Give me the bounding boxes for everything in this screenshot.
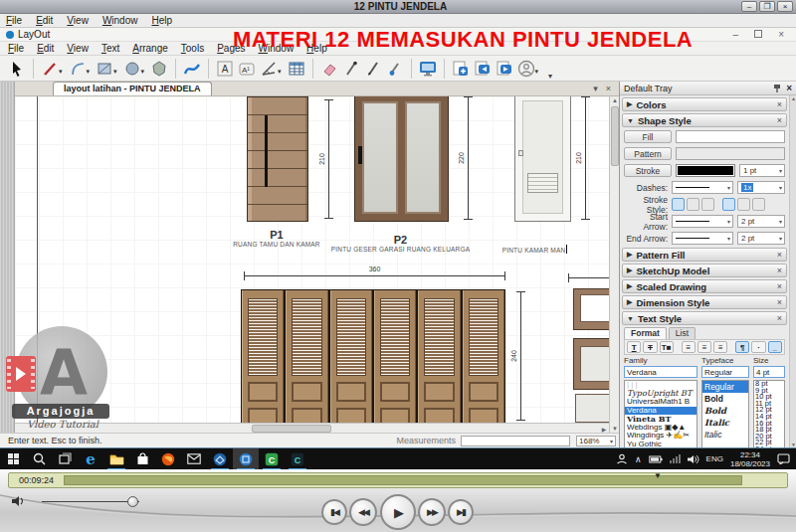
horizontal-scroll-thumb[interactable] (252, 425, 331, 433)
presentation-tool[interactable] (417, 58, 439, 80)
line-tool[interactable] (39, 58, 61, 80)
add-page-button[interactable] (450, 58, 472, 80)
section-colors-close-icon[interactable]: × (777, 99, 782, 109)
start-arrow-select[interactable]: ▾ (672, 215, 733, 228)
layout-menu-item[interactable]: Edit (37, 43, 54, 54)
eyedropper-tool[interactable] (384, 58, 406, 80)
family-input[interactable]: Verdana (624, 366, 697, 378)
stroke-color-swatch[interactable] (676, 164, 735, 177)
player-menu-item[interactable]: View (67, 15, 89, 26)
drawing-door-p3[interactable] (514, 96, 571, 222)
typeface-list-item[interactable]: Regular (702, 381, 748, 393)
size-input[interactable]: 4 pt (753, 366, 785, 378)
section-pattern-fill-close-icon[interactable]: × (777, 250, 782, 260)
align-center-button[interactable]: ≡ (697, 341, 711, 353)
battery-icon[interactable] (649, 455, 663, 463)
playhead-marker[interactable]: ▼ (654, 471, 662, 480)
end-arrow-select[interactable]: ▾ (672, 232, 733, 245)
layout-maximize-button[interactable] (754, 30, 762, 38)
language-indicator[interactable]: ENG (706, 454, 723, 463)
section-sketchup-model-close-icon[interactable]: × (777, 266, 782, 275)
taskbar-camtasia-recorder[interactable]: C (285, 448, 310, 470)
stroke-cap-button-2[interactable] (737, 198, 750, 211)
layout-menu-item[interactable]: Text (101, 43, 119, 54)
drawing-door-p2[interactable] (354, 96, 449, 222)
task-view-button[interactable] (52, 448, 78, 470)
measurements-input[interactable] (461, 436, 570, 446)
fill-swatch[interactable] (676, 130, 785, 143)
network-icon[interactable] (670, 454, 681, 463)
tray-scroll-up-icon[interactable]: ▲ (790, 95, 796, 101)
section-shape-style-close-icon[interactable]: × (777, 115, 782, 125)
taskbar-clock[interactable]: 22:3418/08/2023 (730, 450, 770, 468)
align-left-button[interactable]: ≡ (682, 341, 696, 353)
section-dimension-style-close-icon[interactable]: × (777, 297, 782, 307)
start-arrow-size-select[interactable]: 2 pt▾ (737, 215, 785, 228)
people-icon[interactable] (616, 453, 628, 464)
stroke-cap-button-3[interactable] (752, 198, 765, 211)
vertical-scroll-thumb[interactable] (611, 106, 619, 166)
account-button[interactable] (515, 58, 537, 80)
style-tool[interactable] (181, 58, 203, 80)
start-button[interactable] (0, 448, 26, 470)
family-list[interactable]: | | |TypoUpright BTUniversalMath1 BVerda… (624, 380, 697, 447)
stroke-width-select[interactable]: 1 pt▾ (739, 164, 785, 177)
section-scaled-drawing[interactable]: ▶Scaled Drawing × (622, 279, 787, 293)
taskbar-layout[interactable] (233, 448, 259, 470)
canvas-vertical-scrollbar[interactable]: ▲ ▼ (609, 96, 619, 433)
section-scaled-drawing-close-icon[interactable]: × (777, 281, 782, 291)
text-tool[interactable]: A (214, 58, 236, 80)
taskbar-edge[interactable]: e (78, 448, 103, 470)
anchor-bottom-button[interactable]: _ (768, 341, 782, 353)
notification-icon[interactable] (777, 453, 790, 464)
tray-close-icon[interactable]: × (786, 83, 792, 93)
fast-forward-button[interactable]: ▶▶ (418, 498, 446, 526)
scroll-right-icon[interactable]: ▶ (599, 426, 609, 433)
stroke-join-button-2[interactable] (687, 198, 699, 211)
layout-minimize-button[interactable]: – (733, 30, 739, 40)
minimize-button[interactable]: – (741, 1, 757, 12)
skip-start-button[interactable]: ▮◀ (321, 499, 347, 525)
typeface-list-item[interactable]: Bold (702, 393, 748, 405)
section-text-style[interactable]: ▼Text Style × (622, 311, 787, 325)
underline-button[interactable]: T (627, 341, 641, 353)
layout-menu-item[interactable]: Arrange (132, 43, 168, 54)
taskbar-store[interactable] (129, 448, 155, 470)
section-sketchup-model[interactable]: ▶SketchUp Model × (622, 264, 787, 277)
rectangle-tool[interactable] (94, 58, 115, 80)
drawing-window-partial[interactable] (573, 288, 609, 423)
zoom-select[interactable]: 168%▾ (576, 436, 616, 446)
section-text-style-close-icon[interactable]: × (777, 313, 782, 323)
rewind-button[interactable]: ◀◀ (349, 498, 377, 526)
layout-menu-item[interactable]: Tools (181, 43, 204, 54)
section-colors[interactable]: ▶Colors × (622, 97, 787, 111)
play-button[interactable]: ▶ (380, 494, 416, 530)
taskbar-sketchup[interactable] (207, 448, 233, 470)
label-tool[interactable]: A¹ (236, 58, 258, 80)
taskbar-camtasia[interactable]: C (259, 448, 285, 470)
restore-button[interactable]: ❐ (759, 1, 775, 12)
dimension-tool[interactable] (258, 58, 280, 80)
toolbar-overflow-caret[interactable]: ▾ (548, 72, 552, 81)
layout-menu-item[interactable]: File (8, 43, 24, 54)
player-menu-item[interactable]: Edit (36, 15, 53, 26)
stroke-join-button-1[interactable] (672, 198, 685, 211)
typeface-list-item[interactable]: Italic (702, 429, 748, 441)
circle-tool[interactable] (121, 58, 143, 80)
layout-close-button[interactable]: × (778, 30, 784, 40)
fill-button[interactable]: Fill (624, 130, 672, 143)
typeface-list[interactable]: RegularBoldBold ItalicItalic (701, 380, 749, 447)
anchor-middle-button[interactable]: · (751, 341, 765, 353)
section-dimension-style[interactable]: ▶Dimension Style × (622, 295, 787, 309)
tabbar-close-icon[interactable]: × (606, 84, 611, 93)
close-button[interactable]: × (777, 1, 793, 12)
pin-icon[interactable] (773, 84, 781, 93)
section-pattern-fill[interactable]: ▶Pattern Fill × (622, 248, 787, 262)
pattern-swatch[interactable] (676, 147, 785, 160)
previous-page-button[interactable] (472, 58, 494, 80)
taskbar-file-explorer[interactable] (103, 448, 129, 470)
eraser-tool[interactable] (318, 58, 340, 80)
stroke-button[interactable]: Stroke (624, 164, 672, 177)
stroke-cap-button-1[interactable] (722, 198, 735, 211)
seek-bar[interactable]: 00:09:24 ▼ (8, 472, 788, 488)
